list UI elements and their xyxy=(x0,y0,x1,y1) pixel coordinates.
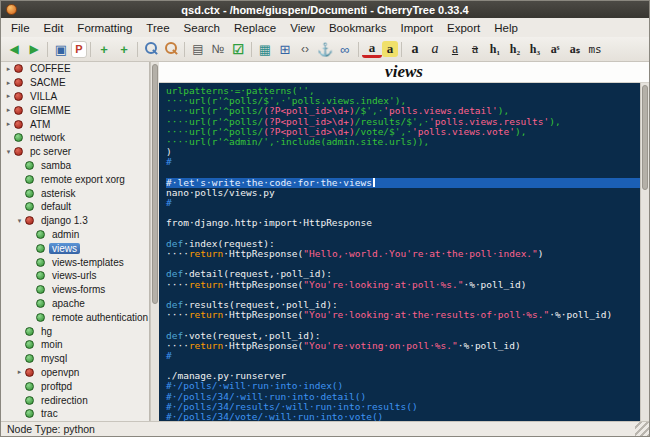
tree-node-coffee[interactable]: ▸COFFEE xyxy=(1,62,149,76)
h3-icon[interactable]: h₃ xyxy=(525,39,545,59)
tree-node-giemme[interactable]: ▸GIEMME xyxy=(1,103,149,117)
tree-node-atm[interactable]: ▸ATM xyxy=(1,117,149,131)
menu-edit[interactable]: Edit xyxy=(37,20,71,36)
code-line[interactable]: ····url(r'^admin/',·include(admin.site.u… xyxy=(166,137,640,147)
code-line[interactable]: ····return·HttpResponse("You're·voting·o… xyxy=(166,341,640,351)
tree-node-trac[interactable]: trac xyxy=(1,407,149,421)
expander-closed-icon[interactable]: ▸ xyxy=(4,92,13,100)
tree-node-views-forms[interactable]: views-forms xyxy=(1,283,149,297)
code-line[interactable]: ····return·HttpResponse("Hello,·world.·Y… xyxy=(166,249,640,259)
code-line[interactable]: nano·polls/views.py xyxy=(166,188,640,198)
tree-node-views-urls[interactable]: views-urls xyxy=(1,269,149,283)
expander-closed-icon[interactable]: ▸ xyxy=(15,368,24,376)
tree-node-remote-authentication[interactable]: remote authentication xyxy=(1,310,149,324)
editor-scrollbar-thumb[interactable] xyxy=(642,85,648,190)
tree-node-villa[interactable]: ▸VILLA xyxy=(1,90,149,104)
expander-closed-icon[interactable]: ▸ xyxy=(4,79,13,87)
node-red-cherry-icon xyxy=(25,216,34,225)
menu-import[interactable]: Import xyxy=(393,20,440,36)
resize-grip[interactable] xyxy=(635,422,649,436)
tree-node-label: SACME xyxy=(27,77,69,88)
insert-codebox-icon[interactable]: ‹› xyxy=(295,39,315,59)
tree-node-proftpd[interactable]: proftpd xyxy=(1,379,149,393)
add-subnode-icon[interactable]: + xyxy=(114,39,134,59)
code-line[interactable]: ····return·HttpResponse("You're·looking·… xyxy=(166,280,640,290)
code-line[interactable]: ) xyxy=(166,147,640,157)
toolbar-separator xyxy=(47,42,48,57)
toolbar-separator xyxy=(184,42,185,57)
tree-node-apache[interactable]: apache xyxy=(1,297,149,311)
expander-closed-icon[interactable]: ▸ xyxy=(4,120,13,128)
expander-closed-icon[interactable]: ▸ xyxy=(4,106,13,114)
tree-node-views[interactable]: views xyxy=(1,241,149,255)
code-line[interactable]: # xyxy=(166,351,640,361)
save-icon[interactable]: ▣ xyxy=(51,39,71,59)
background-color-icon[interactable]: a xyxy=(382,41,398,57)
tree-node-sacme[interactable]: ▸SACME xyxy=(1,76,149,90)
tree-node-hg[interactable]: hg xyxy=(1,324,149,338)
expander-open-icon[interactable]: ▾ xyxy=(15,217,24,225)
add-node-icon[interactable]: + xyxy=(94,39,114,59)
node-red-cherry-icon xyxy=(25,368,34,377)
code-area[interactable]: urlpatterns·=·patterns('',····url(r'^pol… xyxy=(159,83,640,421)
find-replace-icon[interactable] xyxy=(161,39,181,59)
go-forward-icon[interactable]: ▶ xyxy=(24,39,44,59)
node-green-cherry-icon xyxy=(25,175,34,184)
go-back-icon[interactable]: ◀ xyxy=(4,39,24,59)
text-color-icon[interactable]: a xyxy=(362,41,382,58)
menu-bookmarks[interactable]: Bookmarks xyxy=(322,20,394,36)
underline-icon[interactable]: a xyxy=(445,39,465,59)
code-segment: nano·polls/views.py xyxy=(166,187,275,198)
insert-link-icon[interactable]: ∞ xyxy=(335,39,355,59)
tree-node-mysql[interactable]: mysql xyxy=(1,352,149,366)
tree-node-pc-server[interactable]: ▾pc server xyxy=(1,145,149,159)
menu-tree[interactable]: Tree xyxy=(139,20,176,36)
subscript-icon[interactable]: aₛ xyxy=(565,39,585,59)
menu-search[interactable]: Search xyxy=(177,20,227,36)
search-icon[interactable] xyxy=(141,39,161,59)
code-line[interactable]: # xyxy=(166,198,640,208)
code-line[interactable]: #·/polls/34/vote/·will·run·into·vote() xyxy=(166,412,640,421)
tree-node-samba[interactable]: samba xyxy=(1,159,149,173)
code-line[interactable]: ····return·HttpResponse("You're·looking·… xyxy=(166,310,640,320)
monospace-icon[interactable]: ms xyxy=(585,39,605,59)
expander-open-icon[interactable]: ▾ xyxy=(4,148,13,156)
menu-formatting[interactable]: Formatting xyxy=(70,20,139,36)
editor-scrollbar[interactable] xyxy=(640,83,649,421)
node-title: views xyxy=(159,62,649,83)
tree-node-openvpn[interactable]: ▸openvpn xyxy=(1,366,149,380)
tree-node-remote-export-xorg[interactable]: remote export xorg xyxy=(1,172,149,186)
tree-node-default[interactable]: default xyxy=(1,200,149,214)
code-line[interactable]: # xyxy=(166,157,640,167)
menu-export[interactable]: Export xyxy=(440,20,487,36)
tree-node-views-templates[interactable]: views-templates xyxy=(1,255,149,269)
tree-scrollbar-thumb[interactable] xyxy=(152,64,158,304)
insert-anchor-icon[interactable]: ⚓ xyxy=(315,39,335,59)
italic-icon[interactable]: a xyxy=(425,39,445,59)
tree-node-asterisk[interactable]: asterisk xyxy=(1,186,149,200)
tree-node-redirection[interactable]: redirection xyxy=(1,393,149,407)
tree-node-network[interactable]: network xyxy=(1,131,149,145)
insert-image-icon[interactable]: ▦ xyxy=(255,39,275,59)
menu-replace[interactable]: Replace xyxy=(227,20,283,36)
bold-icon[interactable]: a xyxy=(405,39,425,59)
strikethrough-icon[interactable]: a xyxy=(465,39,485,59)
superscript-icon[interactable]: aˢ xyxy=(545,39,565,59)
export-pdf-icon[interactable]: P xyxy=(71,41,87,58)
window-close-button[interactable] xyxy=(6,4,17,15)
tree-scrollbar[interactable] xyxy=(150,62,159,421)
menu-file[interactable]: File xyxy=(4,20,37,36)
code-line[interactable]: from·django.http·import·HttpResponse xyxy=(166,218,640,228)
numbered-list-icon[interactable]: № xyxy=(208,39,228,59)
tree-node-admin[interactable]: admin xyxy=(1,228,149,242)
insert-table-icon[interactable]: ⊞ xyxy=(275,39,295,59)
tree-node-moin[interactable]: moin xyxy=(1,338,149,352)
tree-node-django-1-3[interactable]: ▾django 1.3 xyxy=(1,214,149,228)
expander-closed-icon[interactable]: ▸ xyxy=(4,65,13,73)
h1-icon[interactable]: h₁ xyxy=(485,39,505,59)
todo-list-icon[interactable]: ☑ xyxy=(228,39,248,59)
h2-icon[interactable]: h₂ xyxy=(505,39,525,59)
menu-help[interactable]: Help xyxy=(487,20,525,36)
menu-view[interactable]: View xyxy=(283,20,322,36)
bullet-list-icon[interactable]: ▤ xyxy=(188,39,208,59)
